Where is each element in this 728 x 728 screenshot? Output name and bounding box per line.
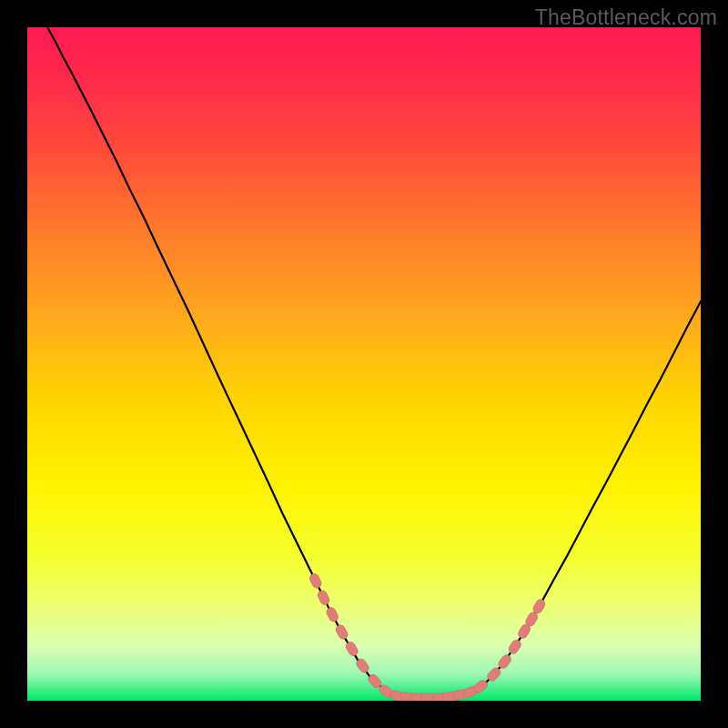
chart-stage: TheBottleneck.com [0,0,728,728]
chart-svg [27,27,701,701]
watermark-text: TheBottleneck.com [535,5,717,30]
plot-area [27,27,701,701]
gradient-background [27,27,701,701]
